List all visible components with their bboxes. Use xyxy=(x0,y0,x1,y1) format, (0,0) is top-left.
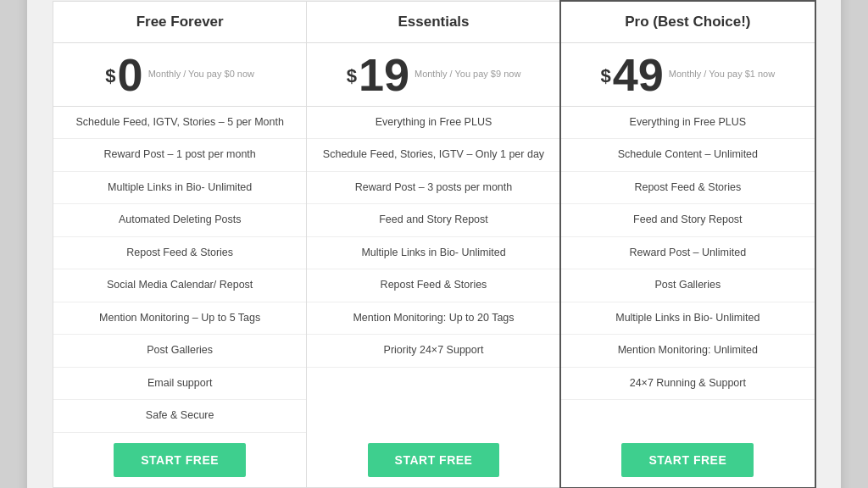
essentials-feature-7: Mention Monitoring: Up to 20 Tags xyxy=(307,302,559,336)
free-feature-9: Email support xyxy=(53,368,306,401)
free-feature-5: Repost Feed & Stories xyxy=(53,237,306,270)
pro-feature-4: Feed and Story Repost xyxy=(561,204,815,237)
col-essentials-subtitle: Monthly / You pay $9 now xyxy=(415,68,520,80)
col-essentials-price: $ 19 Monthly / You pay $9 now xyxy=(307,43,559,107)
col-free-amount: 0 xyxy=(118,52,143,97)
col-free-price: $ 0 Monthly / You pay $0 now xyxy=(53,43,306,107)
col-pro-price: $ 49 Monthly / You pay $1 now xyxy=(561,43,815,107)
essentials-feature-8: Priority 24×7 Support xyxy=(307,335,559,368)
free-feature-4: Automated Deleting Posts xyxy=(53,204,306,237)
col-essentials-amount: 19 xyxy=(359,52,409,97)
pro-feature-2: Schedule Content – Unlimited xyxy=(561,139,815,172)
essentials-btn-row: START FREE xyxy=(307,418,559,487)
essentials-feature-6: Repost Feed & Stories xyxy=(307,269,559,302)
pro-feature-5: Reward Post – Unlimited xyxy=(561,237,815,270)
col-pro: Pro (Best Choice!) $ 49 Monthly / You pa… xyxy=(561,2,815,487)
pricing-wrapper: Free Forever $ 0 Monthly / You pay $0 no… xyxy=(27,0,841,488)
col-essentials: Essentials $ 19 Monthly / You pay $9 now… xyxy=(307,2,560,487)
free-feature-10: Safe & Secure xyxy=(53,400,306,433)
col-pro-dollar: $ xyxy=(600,67,610,86)
essentials-feature-3: Reward Post – 3 posts per month xyxy=(307,172,559,205)
col-essentials-header: Essentials xyxy=(307,2,559,43)
essentials-feature-4: Feed and Story Repost xyxy=(307,204,559,237)
col-free-subtitle: Monthly / You pay $0 now xyxy=(148,68,254,80)
free-btn-row: START FREE xyxy=(53,433,306,487)
essentials-feature-5: Multiple Links in Bio- Unlimited xyxy=(307,237,559,270)
essentials-feature-2: Schedule Feed, Stories, IGTV – Only 1 pe… xyxy=(307,139,559,172)
pro-start-button[interactable]: START FREE xyxy=(621,443,754,477)
col-pro-amount: 49 xyxy=(613,52,664,97)
col-free-dollar: $ xyxy=(105,67,115,86)
col-free: Free Forever $ 0 Monthly / You pay $0 no… xyxy=(53,2,307,487)
essentials-start-button[interactable]: START FREE xyxy=(368,443,500,477)
free-feature-2: Reward Post – 1 post per month xyxy=(53,139,306,172)
pro-feature-3: Repost Feed & Stories xyxy=(561,172,815,205)
free-start-button[interactable]: START FREE xyxy=(114,443,246,477)
pro-feature-8: Mention Monitoring: Unlimited xyxy=(561,335,815,368)
col-essentials-dollar: $ xyxy=(347,67,357,86)
pro-feature-1: Everything in Free PLUS xyxy=(561,107,815,140)
pricing-table: Free Forever $ 0 Monthly / You pay $0 no… xyxy=(53,1,815,488)
col-free-header: Free Forever xyxy=(53,2,306,43)
free-feature-6: Social Media Calendar/ Repost xyxy=(53,269,306,302)
pro-feature-9: 24×7 Running & Support xyxy=(561,368,815,401)
essentials-feature-1: Everything in Free PLUS xyxy=(307,107,559,140)
pro-btn-row: START FREE xyxy=(561,435,815,487)
col-pro-header: Pro (Best Choice!) xyxy=(561,2,815,43)
free-feature-1: Schedule Feed, IGTV, Stories – 5 per Mon… xyxy=(53,107,306,140)
free-feature-8: Post Galleries xyxy=(53,335,306,368)
pro-feature-7: Multiple Links in Bio- Unlimited xyxy=(561,302,815,336)
free-feature-3: Multiple Links in Bio- Unlimited xyxy=(53,172,306,205)
pro-feature-6: Post Galleries xyxy=(561,269,815,302)
free-feature-7: Mention Monitoring – Up to 5 Tags xyxy=(53,302,306,336)
col-pro-subtitle: Monthly / You pay $1 now xyxy=(669,68,775,80)
